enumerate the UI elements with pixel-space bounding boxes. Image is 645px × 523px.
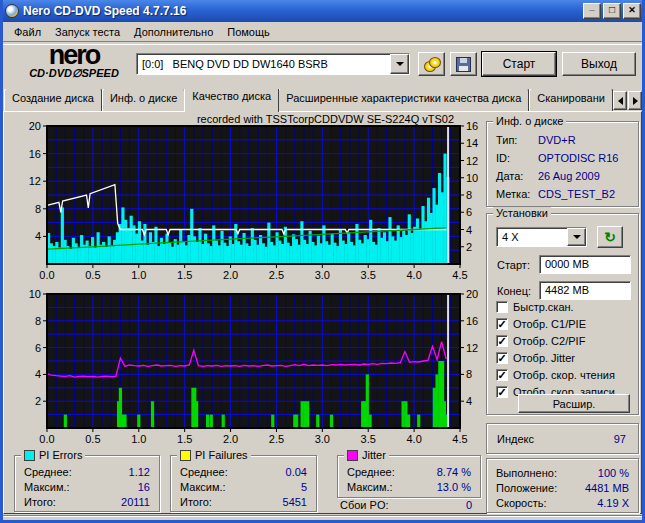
svg-text:16: 16 [466,315,478,327]
drive-selector-dropdown-button[interactable] [390,54,409,74]
menu-run-test[interactable]: Запуск теста [48,24,127,40]
svg-text:8: 8 [466,189,472,201]
tab-create-disc[interactable]: Создание диска [4,89,102,112]
status-bar [3,515,642,521]
done-label: Выполнено: [496,467,557,479]
svg-text:4: 4 [466,395,472,407]
svg-text:2.0: 2.0 [223,269,238,281]
settings-group: Установки 4 X ↻ Старт: 0000 MB Конец: 44… [486,213,639,415]
svg-text:2.5: 2.5 [269,433,284,445]
svg-text:8: 8 [35,203,41,215]
close-icon[interactable] [623,3,641,19]
svg-text:10: 10 [466,172,478,184]
svg-text:3.5: 3.5 [361,269,376,281]
svg-text:12: 12 [466,342,478,354]
start-button[interactable]: Старт [482,52,556,76]
refresh-button[interactable]: ↻ [597,226,623,248]
show-c1-pie-checkbox[interactable]: ✓ [496,318,508,330]
svg-text:1.5: 1.5 [177,433,192,445]
menu-help[interactable]: Помощь [220,24,277,40]
jitter-title: Jitter [362,449,386,461]
minimize-icon[interactable] [583,3,601,19]
show-write-speed-checkbox[interactable]: ✓ [496,386,508,398]
app-icon [5,4,19,18]
menu-extra[interactable]: Дополнительно [127,24,220,40]
svg-text:4.5: 4.5 [452,269,467,281]
checkbox-row-jitter[interactable]: ✓ Отобр. Jitter [496,351,575,365]
save-button[interactable] [450,52,477,76]
svg-text:1.0: 1.0 [131,269,146,281]
disc-id-value: OPTODISC R16 [538,152,619,164]
svg-text:0.5: 0.5 [85,269,100,281]
pie-avg-label: Среднее: [24,466,72,478]
pi-failures-jitter-chart: 246810481216200.00.51.01.52.02.53.03.54.… [6,281,490,447]
progress-box: Выполнено: 100 % Положение: 4481 MB Скор… [486,458,639,513]
svg-text:2.5: 2.5 [269,269,284,281]
drive-selector-value: [0:0] BENQ DVD DD DW1640 BSRB [137,58,328,70]
eject-disc-button[interactable] [418,52,445,76]
show-read-speed-checkbox[interactable]: ✓ [496,369,508,381]
checkbox-row-c2-pif[interactable]: ✓ Отобр. C2/PIF [496,334,585,348]
svg-text:8: 8 [466,368,472,380]
disc-type-value: DVD+R [538,134,576,146]
index-value: 97 [614,433,626,445]
pi-failures-legend: PI Failures [177,449,251,461]
tab-disc-info[interactable]: Инф. о диске [102,89,185,112]
refresh-icon: ↻ [604,231,616,243]
speed-label: Скорость: [496,497,547,509]
advanced-button[interactable]: Расшир. [518,394,630,413]
menu-file[interactable]: Файл [7,24,48,40]
tab-disc-quality[interactable]: Качество диска [184,89,279,112]
drive-selector[interactable]: [0:0] BENQ DVD DD DW1640 BSRB [136,53,410,75]
po-failures-label: Сбои PO: [340,499,389,511]
pi-errors-stats-box: PI Errors Среднее:1.12 Максим.:16 Итого:… [14,455,160,512]
window-title: Nero CD-DVD Speed 4.7.7.16 [23,4,186,18]
svg-text:16: 16 [29,148,41,160]
pie-max-value: 16 [138,481,150,493]
menu-bar: Файл Запуск теста Дополнительно Помощь [3,22,642,41]
pi-failures-stats-box: PI Failures Среднее:0.04 Максим.:5 Итого… [170,455,317,512]
tab-advanced-quality[interactable]: Расширенные характеристики качества диск… [278,89,529,112]
pie-total-value: 20111 [121,496,150,508]
svg-text:14: 14 [466,137,478,149]
index-label: Индекс [497,433,534,445]
end-position-input[interactable]: 4482 MB [539,281,631,300]
fast-scan-checkbox[interactable] [496,301,508,313]
checkbox-row-fast-scan[interactable]: Быстр.скан. [496,300,574,314]
exit-button[interactable]: Выход [562,52,636,76]
disc-date-value: 26 Aug 2009 [538,170,600,182]
jitter-legend: Jitter [344,449,389,461]
disc-label-row: Метка: CDS_TEST_B2 [487,185,638,203]
disc-id-label: ID: [496,152,538,164]
checkbox-row-read-speed[interactable]: ✓ Отобр. скор. чтения [496,368,615,382]
start-position-input[interactable]: 0000 MB [539,255,631,274]
pif-avg-label: Среднее: [180,466,228,478]
maximize-icon[interactable] [603,3,621,19]
svg-text:4.0: 4.0 [406,269,421,281]
start-position-label: Старт: [497,259,530,271]
disc-date-row: Дата: 26 Aug 2009 [487,167,638,185]
disc-date-label: Дата: [496,170,538,182]
show-jitter-checkbox[interactable]: ✓ [496,352,508,364]
pif-total-value: 5451 [283,496,307,508]
disc-label-label: Метка: [496,188,538,200]
svg-text:4: 4 [35,368,41,380]
svg-text:4.5: 4.5 [452,433,467,445]
show-c2-pif-checkbox[interactable]: ✓ [496,335,508,347]
tab-scroll-left-button[interactable] [613,91,627,110]
pie-total-label: Итого: [24,496,56,508]
svg-text:4: 4 [35,230,41,242]
chevron-down-icon [396,62,404,66]
disc-type-label: Тип: [496,134,538,146]
position-label: Положение: [496,482,557,494]
speed-selector-dropdown-button[interactable] [567,228,586,246]
checkbox-row-c1-pie[interactable]: ✓ Отобр. C1/PIE [496,317,586,331]
svg-text:16: 16 [466,120,478,132]
speed-selector[interactable]: 4 X [496,227,587,247]
svg-text:1.0: 1.0 [131,433,146,445]
tab-scroll-right-button[interactable] [628,91,642,110]
svg-text:20: 20 [466,288,478,300]
tab-scandisc[interactable]: Сканировани [529,89,613,112]
save-icon [456,57,471,72]
svg-text:recorded with TSSTcorpCDDVDW S: recorded with TSSTcorpCDDVDW SE-S224Q vT… [197,113,454,125]
